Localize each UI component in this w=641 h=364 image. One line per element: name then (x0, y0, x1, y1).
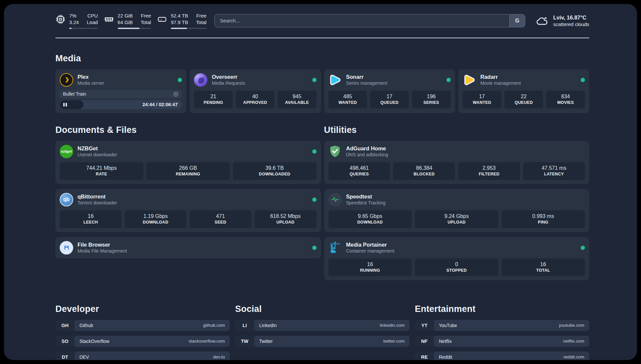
stat: 498,461 QUERIES (328, 162, 390, 180)
stat: 16 LEECH (60, 210, 122, 228)
stat-label: RATE (61, 171, 142, 177)
plex-card[interactable]: Plex Media server Bullet Train 24:44 / 0 (55, 69, 186, 113)
stat-label: QUEUED (371, 100, 408, 106)
qbittorrent-card[interactable]: qb qBittorrent Torrent downloader 16 LEE… (55, 189, 321, 232)
app-subtitle: Media server (77, 80, 104, 86)
overseerr-card[interactable]: Overseerr Media Requests 21 PENDING 40 A… (190, 69, 320, 113)
stat-value: 498,461 (330, 165, 389, 172)
status-dot (312, 197, 317, 202)
system-stats: 7% 3.24 CPU Load (55, 13, 206, 29)
stat: 9.24 Gbps UPLOAD (415, 210, 499, 228)
stat-label: REMAINING (148, 171, 229, 177)
adguard-card[interactable]: AdGuard Home DNS and adblocking 498,461 … (324, 141, 590, 184)
section-title-entertainment: Entertainment (415, 304, 589, 314)
media-type-icon (173, 91, 179, 97)
stat: 618.52 Mbps UPLOAD (255, 210, 317, 228)
stat: 9.65 Gbps DOWNLOAD (328, 210, 412, 228)
portainer-icon (328, 241, 342, 255)
section-title-documents: Documents & Files (55, 125, 321, 135)
stat-value: 0.993 ms (503, 213, 584, 220)
app-subtitle: Speedtest Tracking (346, 200, 386, 206)
bookmark-reddit[interactable]: RE Reddit reddit.com (415, 351, 589, 360)
memory-total: 64 GiB (118, 19, 133, 26)
stat-value: 21 (195, 93, 231, 100)
disk-progress-track (171, 28, 206, 29)
stat-value: 9.65 Gbps (330, 213, 411, 220)
bookmark-stackoverflow[interactable]: SO StackOverflow stackoverflow.com (55, 336, 230, 347)
bookmark-url: twitter.com (383, 339, 405, 344)
bookmark-name: Reddit (439, 354, 452, 360)
search-provider-button[interactable]: G (509, 15, 525, 27)
bookmark-url: dev.to (213, 354, 225, 359)
app-title: NZBGet (77, 145, 117, 152)
bookmark-abbr: YT (415, 320, 434, 331)
app-subtitle: Media File Management (77, 248, 127, 254)
stat-value: 618.52 Mbps (256, 213, 315, 220)
app-subtitle: Series management (346, 80, 387, 86)
bookmarks-entertainment: Entertainment YT YouTube youtube.com NF … (415, 304, 589, 360)
nzbget-card[interactable]: nzbget NZBGet Usenet downloader 744.21 M… (55, 141, 321, 184)
radarr-card[interactable]: Radarr Movie management 17 WANTED 22 QUE… (458, 69, 589, 113)
bookmark-twitter[interactable]: TW Twitter twitter.com (235, 336, 410, 347)
bookmark-name: Netflix (439, 339, 452, 344)
app-title: Sonarr (346, 74, 387, 80)
stat-value: 16 (503, 261, 584, 268)
stat-label: SERIES (413, 100, 449, 106)
sonarr-card[interactable]: Sonarr Series management 485 WANTED 17 Q… (324, 69, 455, 113)
stat: 485 WANTED (328, 91, 367, 108)
stat-label: DOWNLOADED (234, 171, 315, 177)
disk-widget: 52.4 TB 97.9 TB Free Total (157, 13, 206, 29)
stat-label: AVAILABLE (279, 100, 315, 106)
stat-label: DOWNLOAD (330, 220, 411, 226)
search-input[interactable] (215, 15, 509, 27)
memory-free: 22 GiB (118, 13, 133, 19)
cpu-load: 3.24 (69, 19, 79, 26)
stat-label: PING (503, 220, 584, 226)
stat-label: PENDING (195, 100, 231, 106)
bookmark-url: linkedin.com (380, 323, 405, 328)
section-utilities: Utilities AdGuard Home DNS and adblockin… (324, 125, 590, 280)
disk-total: 97.9 TB (171, 19, 188, 26)
bookmarks-developer: Developer GH Github github.com SO StackO… (55, 304, 230, 360)
memory-progress-fill (118, 28, 139, 29)
stat-label: QUEUED (506, 100, 542, 106)
bookmark-url: netflix.com (563, 339, 584, 344)
stat: 86,384 BLOCKED (393, 162, 455, 180)
bookmark-name: YouTube (439, 323, 457, 328)
bookmark-name: StackOverflow (79, 339, 109, 344)
bookmark-url: youtube.com (559, 323, 584, 328)
sonarr-icon (328, 73, 342, 87)
cloud-icon (536, 14, 549, 27)
portainer-card[interactable]: Media Portainer Container management 16 … (324, 237, 590, 280)
speedtest-card[interactable]: Speedtest Speedtest Tracking 9.65 Gbps D… (324, 189, 590, 232)
bookmark-abbr: SO (55, 336, 75, 347)
stat-label: UPLOAD (256, 220, 315, 226)
bookmark-name: Twitter (259, 339, 273, 344)
bookmark-youtube[interactable]: YT YouTube youtube.com (415, 320, 589, 331)
app-subtitle: Movie management (480, 80, 521, 86)
stat: 47.571 ms LATENCY (523, 162, 585, 180)
app-title: Radarr (480, 74, 521, 80)
overseerr-icon (194, 73, 207, 87)
stat-label: BLOCKED (394, 171, 454, 177)
filebrowser-icon (60, 241, 73, 255)
bookmark-abbr: RE (415, 351, 434, 360)
cpu-widget: 7% 3.24 CPU Load (55, 13, 98, 29)
status-dot (312, 246, 317, 250)
disk-free: 52.4 TB (171, 13, 188, 19)
bookmark-name: DEV (79, 354, 89, 360)
app-title: Media Portainer (346, 241, 394, 248)
memory-values: 22 GiB 64 GiB (118, 13, 133, 26)
filebrowser-card[interactable]: File Browser Media File Management (55, 237, 321, 258)
memory-icon (104, 14, 114, 24)
bookmark-abbr: GH (55, 320, 75, 331)
bookmark-github[interactable]: GH Github github.com (55, 320, 230, 331)
bookmark-linkedin[interactable]: LI LinkedIn linkedin.com (235, 320, 410, 331)
bookmark-netflix[interactable]: NF Netflix netflix.com (415, 336, 589, 347)
stat-value: 16 (330, 261, 411, 268)
stat-value: 266 GB (148, 165, 229, 172)
stat-label: MOVIES (547, 100, 584, 106)
bookmark-dev[interactable]: DT DEV dev.to (55, 351, 230, 360)
stat-label: LEECH (61, 220, 120, 226)
stat-value: 17 (464, 93, 500, 100)
